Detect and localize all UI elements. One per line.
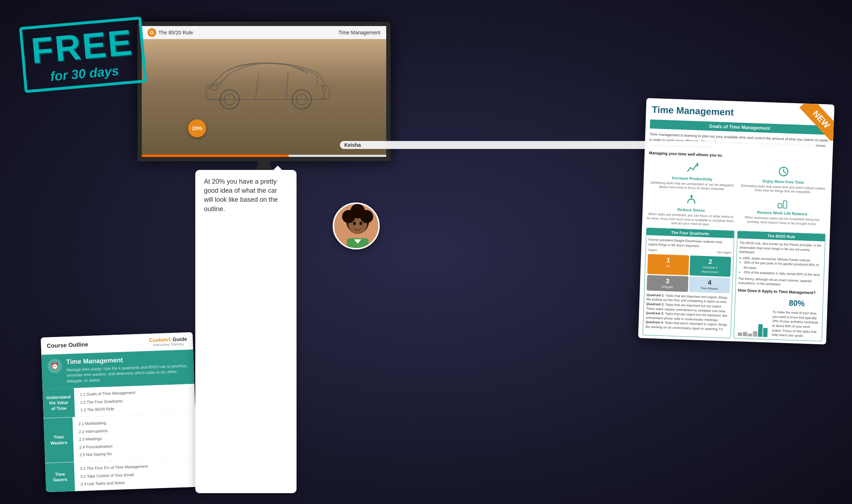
keisha-label: Keisha bbox=[340, 141, 816, 149]
free-time-icon bbox=[777, 165, 790, 178]
benefit-free-time: Enjoy More Free Time Eliminating tasks t… bbox=[739, 163, 828, 195]
free-text: FREE bbox=[30, 24, 135, 69]
four-quadrants-box: The Four Quadrants Former president Dwig… bbox=[643, 227, 734, 338]
svg-rect-20 bbox=[783, 201, 787, 208]
course-section-3: TimeSavers 3.1 The Four D's of Time Mana… bbox=[45, 458, 198, 492]
work-balance-icon bbox=[776, 196, 789, 210]
chart-bar-highlight bbox=[763, 328, 768, 337]
rule-desc: The 80/20 rule, also known as the Pareto… bbox=[739, 240, 823, 257]
rule-content: The 80/20 rule, also known as the Pareto… bbox=[734, 238, 825, 341]
monitor-title-right: Time Management bbox=[338, 30, 380, 35]
quadrant-1: 1 Do bbox=[647, 254, 689, 275]
work-balance-label: Restore Work Life Balance bbox=[757, 210, 808, 216]
free-time-desc: Eliminating tasks that waste time and ar… bbox=[739, 184, 827, 195]
course-title-desc: Manage time wisely: Use the 4 quadrants … bbox=[67, 363, 188, 384]
svg-point-14 bbox=[359, 222, 362, 225]
chart-bar bbox=[748, 333, 752, 336]
svg-line-0 bbox=[255, 74, 259, 99]
progress-badge: 20% bbox=[188, 119, 206, 137]
rule-list: 20% of the pea pods in his garden produc… bbox=[738, 260, 822, 278]
productivity-label: Increase Productivity bbox=[672, 175, 712, 181]
monitor-progress-bar bbox=[142, 155, 289, 157]
free-stamp-box: FREE for 30 days bbox=[19, 17, 147, 93]
chart-bar bbox=[738, 332, 742, 336]
course-title-section: ⏰ Time Management Manage time wisely: Us… bbox=[41, 349, 194, 389]
avatar bbox=[333, 202, 380, 249]
quadrant-2: 2 Schedule &Improvement bbox=[689, 256, 731, 277]
rule-chart-area: 80% To make the most of your time, you n… bbox=[736, 295, 821, 339]
benefits-grid: Increase Productivity Identifying tasks … bbox=[642, 160, 832, 234]
rule-percent: 80% bbox=[773, 297, 821, 310]
monitor-title-left: The 80/20 Rule bbox=[158, 30, 193, 35]
mini-bar-chart bbox=[736, 321, 769, 337]
benefit-work-balance: Restore Work Life Balance When necessary… bbox=[737, 195, 827, 231]
course-section-1: Understandthe Valueof Time 1.1 Goals of … bbox=[43, 384, 196, 418]
section-items-3: 3.1 The Four D's of Time Management 3.2 … bbox=[74, 458, 198, 491]
section-label-2: TimeWasters bbox=[43, 417, 74, 463]
benefit-productivity: Increase Productivity Identifying tasks … bbox=[648, 160, 737, 192]
logo-icon: G bbox=[148, 28, 156, 37]
svg-point-13 bbox=[353, 222, 356, 225]
tooltip-bubble: At 20% you have a pretty good idea of wh… bbox=[195, 170, 297, 493]
customguide-logo: Custom☾Guide Interactive Training bbox=[149, 336, 187, 347]
productivity-icon bbox=[686, 162, 699, 175]
reduce-stress-desc: When tasks are prioritized, you can focu… bbox=[647, 212, 735, 228]
quadrants-desc: Former president Dwight Eisenhower reali… bbox=[648, 237, 732, 249]
apply-desc: To make the most of your time, you need … bbox=[772, 310, 821, 339]
productivity-desc: Identifying tasks that are unimportant o… bbox=[648, 180, 736, 192]
benefit-reduce-stress: Reduce Stress When tasks are prioritized… bbox=[647, 192, 736, 228]
course-section-2: TimeWasters 2.1 Multitasking 2.2 Interru… bbox=[43, 413, 197, 463]
brand-sub: Interactive Training bbox=[153, 342, 184, 347]
section-items-2: 2.1 Multitasking 2.2 Interruptions 2.3 M… bbox=[72, 413, 197, 462]
svg-point-18 bbox=[690, 195, 693, 197]
monitor-top-bar: G The 80/20 Rule Time Management bbox=[142, 26, 386, 39]
rule-apply-desc: 80% To make the most of your time, you n… bbox=[772, 296, 821, 339]
quadrant-4: 4 Time Wasters bbox=[689, 276, 730, 293]
monitor-logo: G The 80/20 Rule bbox=[148, 28, 193, 37]
svg-rect-19 bbox=[778, 204, 781, 208]
course-title-text: Time Management Manage time wisely: Use … bbox=[66, 354, 188, 384]
reference-card: NEW Time Management Goals of Time Manage… bbox=[638, 98, 835, 344]
managing-label: Managing your time well allows you to: bbox=[649, 150, 828, 162]
course-outline-title: Course Outline bbox=[47, 341, 88, 349]
free-time-label: Enjoy More Free Time bbox=[763, 179, 804, 184]
svg-point-12 bbox=[350, 204, 365, 218]
car-sketch bbox=[195, 46, 333, 111]
tooltip-text: At 20% you have a pretty good idea of wh… bbox=[204, 177, 288, 214]
ref-card-title: Time Management bbox=[652, 104, 734, 118]
reduce-stress-icon bbox=[685, 193, 698, 206]
quadrant-3: 3 Delegate bbox=[647, 275, 688, 292]
four-quadrants-content: Former president Dwight Eisenhower reali… bbox=[643, 235, 734, 334]
new-badge: NEW bbox=[797, 103, 834, 141]
new-badge-text: NEW bbox=[800, 103, 835, 141]
quadrant-grid: 1 Do 2 Schedule &Improvement 3 Delegate … bbox=[647, 254, 731, 294]
two-col-section: The Four Quadrants Former president Dwig… bbox=[638, 227, 830, 345]
rule-box: The 80/20 Rule The 80/20 rule, also know… bbox=[734, 231, 826, 341]
chart-bar bbox=[753, 331, 758, 337]
course-clock-icon: ⏰ bbox=[47, 358, 62, 373]
reduce-stress-label: Reduce Stress bbox=[677, 207, 705, 213]
section-label-3: TimeSavers bbox=[45, 462, 75, 492]
section-items-1: 1.1 Goals of Time Management 1.2 The Fou… bbox=[74, 384, 195, 417]
work-balance-desc: When necessary tasks can be completed du… bbox=[738, 215, 826, 227]
section-label-1: Understandthe Valueof Time bbox=[43, 388, 75, 418]
chart-bar bbox=[743, 332, 747, 336]
free-stamp: FREE for 30 days bbox=[22, 22, 145, 130]
rule-conclusion: The theory, although not an exact scienc… bbox=[738, 276, 822, 288]
svg-line-1 bbox=[286, 72, 288, 99]
chart-bar-highlight bbox=[758, 324, 763, 337]
course-outline-panel: Course Outline Custom☾Guide Interactive … bbox=[41, 332, 198, 492]
